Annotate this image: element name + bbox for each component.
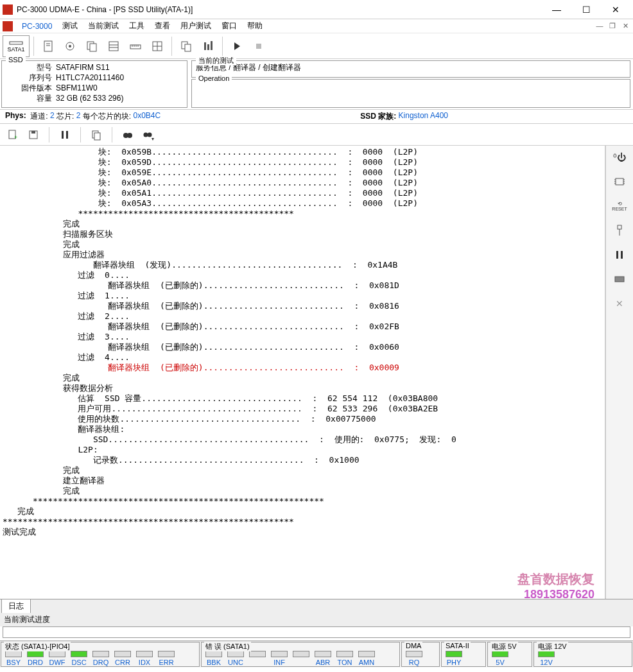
chip2-icon[interactable] (611, 271, 629, 287)
gear-icon[interactable] (60, 35, 80, 57)
error-cell: AMN (356, 651, 377, 666)
reset-icon[interactable]: ⟲RESET (611, 198, 629, 214)
status-bar: 状态 (SATA1)-[PIO4] BSYDRDDWFDSCDRQCRRIDXE… (0, 641, 633, 668)
pwr5-cell: 5V (496, 659, 504, 666)
pause-icon[interactable] (56, 126, 74, 144)
svg-rect-11 (130, 45, 141, 49)
log-line: 完成 (3, 506, 602, 517)
app-icon-small (3, 21, 13, 31)
chip-label: 芯片: (56, 111, 74, 122)
log-line: 应用过滤器 (3, 250, 602, 260)
log-line: 完成 (3, 486, 602, 496)
svg-point-35 (127, 133, 132, 138)
bars-icon[interactable] (198, 35, 218, 57)
fw-value: SBFM11W0 (56, 83, 98, 93)
log-line: 记录数.....................................… (3, 455, 602, 465)
save-icon[interactable] (24, 126, 42, 144)
log-line: 翻译器块组: (3, 424, 602, 435)
minimize-button[interactable]: — (542, 0, 571, 19)
menu-app[interactable]: PC-3000 (17, 22, 57, 31)
stop-button[interactable] (248, 35, 269, 57)
tab-log[interactable]: 日志 (1, 599, 31, 613)
log-line: 块: 0x059B...............................… (3, 147, 602, 157)
model-value: SATAFIRM S11 (56, 62, 110, 73)
menu-current-test[interactable]: 当前测试 (83, 21, 124, 31)
phys-label: Phys: (5, 111, 26, 122)
progress-bar (3, 626, 630, 638)
error-cell: INF (268, 651, 290, 666)
power-icon[interactable]: ⁰⏻ (611, 150, 629, 165)
channel-label: 通道: (30, 111, 48, 122)
copy2-icon[interactable] (87, 126, 105, 144)
svg-point-37 (148, 132, 152, 137)
log-line: 过滤 2.... (3, 311, 602, 322)
doc-icon[interactable] (38, 35, 58, 57)
error-cell: ABR (312, 651, 334, 666)
status-error-group: 错 误 (SATA1) BBKUNCINFABRTONAMN (201, 642, 400, 667)
status-dma-group: DMA RQ (401, 642, 440, 667)
blocks-value: 0x0B4C (133, 111, 160, 122)
menu-help[interactable]: 帮助 (242, 21, 268, 31)
list-icon[interactable] (103, 35, 124, 57)
log-line: 翻译器块组 (发现)..............................… (3, 260, 602, 270)
svg-rect-50 (615, 277, 624, 282)
menu-user-test[interactable]: 用户测试 (175, 21, 216, 31)
info-row: SSD 型号SATAFIRM S11 序列号H1TLC7A20111460 固件… (0, 59, 633, 110)
tools-icon[interactable]: ✕ (611, 296, 629, 311)
svg-point-5 (69, 45, 71, 47)
log-line: 获得数据分析 (3, 383, 602, 393)
copy-icon[interactable] (82, 35, 102, 57)
windows-icon[interactable] (176, 35, 196, 57)
serial-value: H1TLC7A20111460 (56, 73, 124, 83)
log-line: 翻译器块组 (已删除的)............................… (3, 301, 602, 311)
grid-icon[interactable] (147, 35, 168, 57)
binoculars-icon[interactable] (119, 126, 137, 144)
window-title: PC-3000 UDMA-E - China - [PS SSD Utility… (17, 5, 542, 14)
current-test-legend: 当前的测试 (196, 56, 236, 65)
sata2-cell: PHY (447, 659, 462, 666)
svg-rect-31 (66, 131, 68, 139)
menu-tools[interactable]: 工具 (124, 21, 150, 31)
dma-cell: RQ (409, 659, 420, 666)
log-line: 建立翻译器 (3, 476, 602, 486)
sata-port-button[interactable]: SATA1 (3, 35, 30, 57)
maximize-button[interactable]: ☐ (571, 0, 601, 19)
svg-rect-29 (31, 131, 35, 134)
log-output[interactable]: 块: 0x059B...............................… (0, 146, 605, 599)
svg-rect-33 (94, 133, 100, 140)
mdi-restore-button[interactable]: ❐ (607, 22, 618, 30)
status-cell-crr: CRR (112, 651, 134, 666)
play-button[interactable] (227, 35, 247, 57)
usb-icon[interactable] (611, 223, 629, 238)
pause-side-icon[interactable] (611, 247, 629, 263)
svg-rect-48 (616, 251, 618, 259)
error-cell: UNC (225, 651, 247, 666)
log-line: 过滤 3.... (3, 332, 602, 342)
log-line: ****************************************… (3, 496, 602, 506)
ruler-icon[interactable] (125, 35, 146, 57)
status-cell-drd: DRD (24, 651, 46, 666)
log-line: 估算 SSD 容量...............................… (3, 393, 602, 404)
svg-rect-39 (616, 178, 623, 185)
log-line: 翻译器块组 (已删除的)............................… (3, 280, 602, 291)
status-cell-idx: IDX (134, 651, 155, 666)
mdi-minimize-button[interactable]: — (594, 22, 605, 30)
close-button[interactable]: ✕ (601, 0, 630, 19)
menu-test[interactable]: 测试 (57, 21, 83, 31)
operation-legend: Operation (196, 74, 232, 82)
chip-icon[interactable] (611, 174, 629, 189)
svg-point-36 (144, 132, 148, 137)
error-cell: TON (334, 651, 356, 666)
binoculars-next-icon[interactable] (139, 126, 157, 144)
menu-window[interactable]: 窗口 (216, 21, 242, 31)
new-doc-icon[interactable]: + (4, 126, 22, 144)
log-line: 完成 (3, 219, 602, 229)
menu-view[interactable]: 查看 (150, 21, 175, 31)
log-line: 块: 0x05A0...............................… (3, 178, 602, 188)
svg-rect-49 (621, 251, 623, 259)
ssd-family-label: SSD 家族: (360, 111, 396, 122)
status-cell-bsy: BSY (3, 651, 24, 666)
mdi-close-button[interactable]: ✕ (620, 22, 630, 30)
status-cell-err: ERR (155, 651, 177, 666)
log-line: 翻译器块组 (已删除的)............................… (3, 322, 602, 332)
